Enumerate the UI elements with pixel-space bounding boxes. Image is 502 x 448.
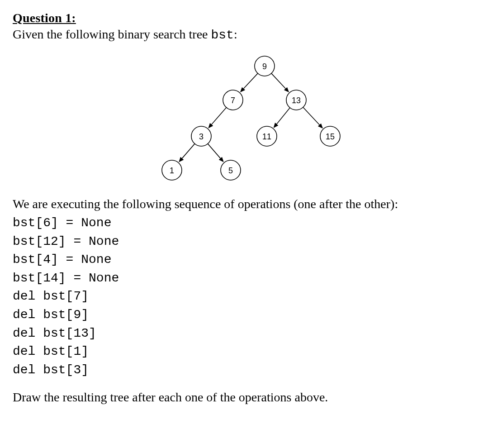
node-label: 15 xyxy=(326,132,335,141)
tree-edge xyxy=(303,107,322,128)
question-heading: Question 1: xyxy=(13,11,489,25)
mid-paragraph: We are executing the following sequence … xyxy=(13,197,489,211)
tree-edge xyxy=(208,144,223,162)
tree-node-11: 11 xyxy=(257,126,277,146)
node-label: 13 xyxy=(292,96,301,105)
operation-line: del bst[9] xyxy=(13,306,489,324)
tree-node-9: 9 xyxy=(255,56,275,76)
intro-prefix: Given the following binary search tree xyxy=(13,27,211,41)
operation-line: bst[14] = None xyxy=(13,269,489,288)
final-instruction: Draw the resulting tree after each one o… xyxy=(13,390,489,405)
tree-node-13: 13 xyxy=(286,90,306,110)
node-label: 3 xyxy=(199,132,204,141)
intro-suffix: : xyxy=(234,27,237,41)
bst-tree-diagram: 97133111515 xyxy=(124,50,378,186)
operation-line: del bst[13] xyxy=(13,324,489,343)
node-label: 11 xyxy=(262,132,271,141)
intro-line: Given the following binary search tree b… xyxy=(13,27,489,42)
tree-edge xyxy=(274,108,290,128)
operation-line: del bst[1] xyxy=(13,343,489,361)
operation-line: del bst[7] xyxy=(13,287,489,306)
tree-edges xyxy=(179,73,322,162)
operation-line: bst[12] = None xyxy=(13,233,489,251)
tree-edge xyxy=(271,73,289,92)
node-label: 5 xyxy=(228,166,233,175)
operation-line: del bst[3] xyxy=(13,361,489,380)
node-label: 1 xyxy=(170,166,174,175)
tree-node-15: 15 xyxy=(320,126,340,146)
operation-line: bst[4] = None xyxy=(13,251,489,269)
tree-node-7: 7 xyxy=(223,90,243,110)
node-label: 7 xyxy=(231,96,235,105)
operation-line: bst[6] = None xyxy=(13,214,489,233)
page: Question 1: Given the following binary s… xyxy=(0,0,502,415)
tree-edge xyxy=(241,73,258,92)
operations-list: bst[6] = Nonebst[12] = Nonebst[4] = None… xyxy=(13,214,489,379)
intro-code-var: bst xyxy=(211,28,234,42)
node-label: 9 xyxy=(262,62,267,71)
tree-container: 97133111515 xyxy=(13,50,489,186)
tree-edge xyxy=(179,144,194,162)
tree-node-1: 1 xyxy=(162,160,182,180)
tree-edge xyxy=(208,108,226,128)
tree-node-5: 5 xyxy=(221,160,241,180)
tree-node-3: 3 xyxy=(191,126,211,146)
